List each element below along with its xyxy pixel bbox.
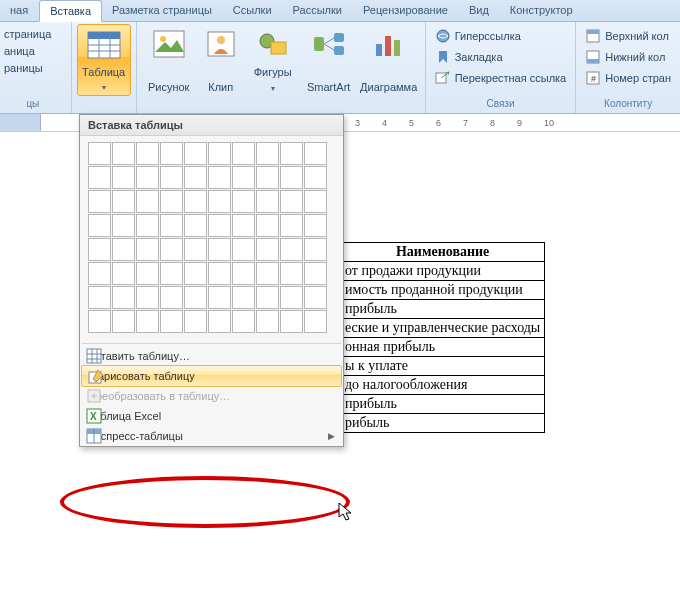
grid-cell[interactable]: [304, 142, 327, 165]
grid-cell[interactable]: [88, 238, 111, 261]
grid-cell[interactable]: [112, 286, 135, 309]
header-button[interactable]: Верхний кол: [581, 26, 675, 46]
excel-table-item[interactable]: X Таблица Excel: [80, 406, 343, 426]
grid-cell[interactable]: [304, 166, 327, 189]
grid-cell[interactable]: [160, 262, 183, 285]
grid-cell[interactable]: [184, 262, 207, 285]
pagenumber-button[interactable]: # Номер стран: [581, 68, 675, 88]
grid-cell[interactable]: [88, 310, 111, 333]
footer-button[interactable]: Нижний кол: [581, 47, 675, 67]
table-row[interactable]: рибыль: [341, 414, 545, 433]
table-row[interactable]: прибыль: [341, 395, 545, 414]
grid-cell[interactable]: [208, 238, 231, 261]
table-row[interactable]: имость проданной продукции: [341, 281, 545, 300]
grid-cell[interactable]: [232, 238, 255, 261]
grid-cell[interactable]: [112, 190, 135, 213]
grid-cell[interactable]: [184, 238, 207, 261]
grid-cell[interactable]: [184, 142, 207, 165]
grid-cell[interactable]: [280, 142, 303, 165]
grid-cell[interactable]: [160, 310, 183, 333]
grid-cell[interactable]: [136, 310, 159, 333]
grid-cell[interactable]: [232, 190, 255, 213]
grid-cell[interactable]: [256, 262, 279, 285]
tab-mailings[interactable]: Рассылки: [283, 0, 353, 21]
tab-view[interactable]: Вид: [459, 0, 500, 21]
grid-cell[interactable]: [112, 238, 135, 261]
table-row[interactable]: ы к уплате: [341, 357, 545, 376]
grid-cell[interactable]: [136, 286, 159, 309]
grid-cell[interactable]: [184, 214, 207, 237]
grid-cell[interactable]: [136, 214, 159, 237]
grid-cell[interactable]: [280, 190, 303, 213]
chart-button[interactable]: Диаграмма: [358, 24, 420, 96]
insert-table-item[interactable]: Вставить таблицу…: [80, 346, 343, 366]
grid-cell[interactable]: [208, 214, 231, 237]
grid-cell[interactable]: [304, 262, 327, 285]
grid-cell[interactable]: [136, 238, 159, 261]
grid-cell[interactable]: [112, 262, 135, 285]
grid-cell[interactable]: [304, 238, 327, 261]
grid-cell[interactable]: [88, 166, 111, 189]
grid-cell[interactable]: [136, 262, 159, 285]
grid-cell[interactable]: [256, 310, 279, 333]
grid-cell[interactable]: [88, 286, 111, 309]
tab-cut[interactable]: ная: [0, 0, 39, 21]
table-row[interactable]: еские и управленческие расходы: [341, 319, 545, 338]
hyperlink-button[interactable]: Гиперссылка: [431, 26, 571, 46]
grid-cell[interactable]: [208, 286, 231, 309]
table-row[interactable]: от продажи продукции: [341, 262, 545, 281]
grid-cell[interactable]: [256, 190, 279, 213]
cover-page[interactable]: страница: [0, 26, 66, 42]
grid-cell[interactable]: [112, 142, 135, 165]
grid-cell[interactable]: [232, 286, 255, 309]
grid-cell[interactable]: [208, 166, 231, 189]
grid-cell[interactable]: [280, 214, 303, 237]
grid-cell[interactable]: [112, 166, 135, 189]
grid-cell[interactable]: [136, 142, 159, 165]
express-tables-item[interactable]: Экспресс-таблицы ▶: [80, 426, 343, 446]
grid-cell[interactable]: [256, 238, 279, 261]
grid-cell[interactable]: [184, 190, 207, 213]
grid-cell[interactable]: [304, 310, 327, 333]
grid-cell[interactable]: [232, 214, 255, 237]
grid-cell[interactable]: [304, 214, 327, 237]
table-row[interactable]: до налогообложения: [341, 376, 545, 395]
grid-cell[interactable]: [280, 286, 303, 309]
table-size-grid[interactable]: [80, 136, 343, 341]
grid-cell[interactable]: [256, 166, 279, 189]
grid-cell[interactable]: [304, 286, 327, 309]
grid-cell[interactable]: [160, 286, 183, 309]
grid-cell[interactable]: [88, 262, 111, 285]
grid-cell[interactable]: [232, 262, 255, 285]
grid-cell[interactable]: [280, 262, 303, 285]
crossref-button[interactable]: Перекрестная ссылка: [431, 68, 571, 88]
grid-cell[interactable]: [184, 310, 207, 333]
shapes-button[interactable]: Фигуры ▾: [246, 24, 300, 96]
grid-cell[interactable]: [88, 214, 111, 237]
grid-cell[interactable]: [184, 286, 207, 309]
grid-cell[interactable]: [208, 142, 231, 165]
grid-cell[interactable]: [160, 166, 183, 189]
tab-insert[interactable]: Вставка: [39, 0, 102, 22]
grid-cell[interactable]: [160, 238, 183, 261]
grid-cell[interactable]: [184, 166, 207, 189]
bookmark-button[interactable]: Закладка: [431, 47, 571, 67]
grid-cell[interactable]: [136, 190, 159, 213]
draw-table-item[interactable]: Нарисовать таблицу: [81, 365, 342, 387]
table-row[interactable]: прибыль: [341, 300, 545, 319]
grid-cell[interactable]: [112, 214, 135, 237]
blank-page[interactable]: аница: [0, 43, 66, 59]
clip-button[interactable]: Клип: [198, 24, 244, 96]
grid-cell[interactable]: [88, 142, 111, 165]
picture-button[interactable]: Рисунок: [142, 24, 196, 96]
tab-pagelayout[interactable]: Разметка страницы: [102, 0, 223, 21]
grid-cell[interactable]: [280, 166, 303, 189]
document-table[interactable]: Наименование от продажи продукции имость…: [340, 242, 545, 433]
grid-cell[interactable]: [88, 190, 111, 213]
grid-cell[interactable]: [256, 286, 279, 309]
tab-review[interactable]: Рецензирование: [353, 0, 459, 21]
grid-cell[interactable]: [256, 142, 279, 165]
grid-cell[interactable]: [160, 214, 183, 237]
smartart-button[interactable]: SmartArt: [302, 24, 356, 96]
grid-cell[interactable]: [112, 310, 135, 333]
